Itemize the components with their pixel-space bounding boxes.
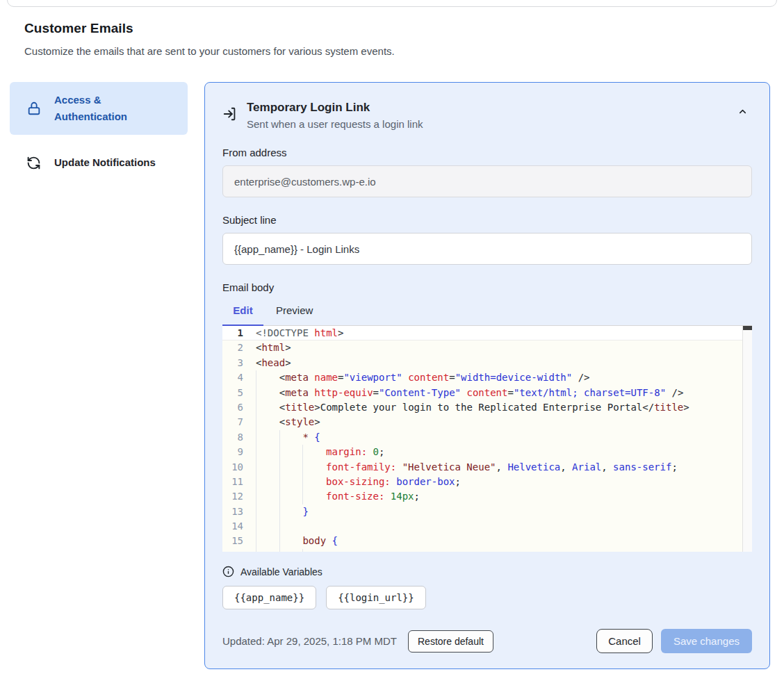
subject-line-input[interactable] xyxy=(222,233,752,265)
code-line: 9margin: 0; xyxy=(222,445,752,459)
page-header: Customer Emails Customize the emails tha… xyxy=(0,0,784,57)
code-line: 6<title>Complete your login to the Repli… xyxy=(222,400,752,415)
line-number: 11 xyxy=(222,475,243,489)
indent-guide xyxy=(256,534,279,548)
updated-timestamp: Updated: Apr 29, 2025, 1:18 PM MDT xyxy=(222,635,397,647)
indent-guide xyxy=(302,445,326,459)
panel-title-block: Temporary Login Link Sent when a user re… xyxy=(247,101,423,130)
panel-footer: Updated: Apr 29, 2025, 1:18 PM MDT Resto… xyxy=(222,629,752,653)
panel-title: Temporary Login Link xyxy=(247,101,423,115)
editor-scrollbar-thumb[interactable] xyxy=(743,326,752,330)
editor-scrollbar[interactable] xyxy=(742,326,752,552)
indent-guide xyxy=(302,475,326,489)
code-line: 1<!DOCTYPE html> xyxy=(222,326,752,340)
from-address-label: From address xyxy=(222,147,752,158)
indent-guide xyxy=(279,489,303,504)
info-icon xyxy=(222,566,234,577)
indent-guide xyxy=(279,475,303,489)
indent-guide xyxy=(302,549,326,552)
available-variables-label: Available Variables xyxy=(240,566,322,577)
line-number: 15 xyxy=(222,534,243,548)
indent-guide xyxy=(279,460,303,475)
indent-guide xyxy=(302,489,326,504)
line-number: 2 xyxy=(222,340,243,355)
available-variables-header: Available Variables xyxy=(222,566,752,577)
email-types-sidebar: Access & Authentication Update Notificat… xyxy=(10,82,188,669)
code-line: 5<meta http-equiv="Content-Type" content… xyxy=(222,386,752,400)
code-line: 16background-color: #f6f9fc; xyxy=(222,549,752,552)
editor-tabbar: Edit Preview xyxy=(222,304,752,326)
indent-guide xyxy=(256,386,279,400)
code-line: 15body { xyxy=(222,534,752,548)
line-number: 4 xyxy=(222,370,243,385)
code-line: 2<html> xyxy=(222,340,752,355)
indent-guide xyxy=(256,489,279,504)
line-number: 1 xyxy=(222,326,243,340)
collapse-panel-button[interactable] xyxy=(733,102,752,121)
variable-chip[interactable]: {{login_url}} xyxy=(326,586,426,609)
indent-guide xyxy=(279,534,303,548)
indent-guide xyxy=(256,370,279,385)
code-line: 11box-sizing: border-box; xyxy=(222,475,752,489)
code-line: 12font-size: 14px; xyxy=(222,489,752,504)
page-subtitle: Customize the emails that are sent to yo… xyxy=(24,45,760,57)
variable-chip[interactable]: {{app_name}} xyxy=(222,586,316,609)
temporary-login-link-panel: Temporary Login Link Sent when a user re… xyxy=(204,82,770,669)
indent-guide xyxy=(256,445,279,459)
line-number: 16 xyxy=(222,549,243,552)
cancel-button[interactable]: Cancel xyxy=(596,629,653,653)
indent-guide xyxy=(279,430,303,445)
email-body-code-editor[interactable]: 1<!DOCTYPE html>2<html>3<head>4<meta nam… xyxy=(222,326,752,552)
sidebar-item-update-notifications[interactable]: Update Notifications xyxy=(10,145,188,181)
indent-guide xyxy=(256,504,279,519)
line-number: 6 xyxy=(222,400,243,415)
indent-guide xyxy=(256,430,279,445)
indent-guide xyxy=(256,475,279,489)
code-line: 3<head> xyxy=(222,356,752,370)
email-body-label: Email body xyxy=(222,281,752,293)
sidebar-item-label: Update Notifications xyxy=(54,154,156,171)
line-number: 12 xyxy=(222,489,243,504)
panel-subtitle: Sent when a user requests a login link xyxy=(247,118,423,130)
indent-guide xyxy=(256,549,279,552)
indent-guide xyxy=(279,549,303,552)
indent-guide xyxy=(256,519,279,534)
indent-guide xyxy=(256,460,279,475)
subject-line-label: Subject line xyxy=(222,214,752,226)
line-number: 14 xyxy=(222,519,243,534)
line-number: 8 xyxy=(222,430,243,445)
lock-icon xyxy=(26,101,42,116)
code-line: 14 xyxy=(222,519,752,534)
indent-guide xyxy=(279,504,303,519)
indent-guide xyxy=(256,400,279,415)
variable-chips: {{app_name}}{{login_url}} xyxy=(222,586,752,609)
indent-guide xyxy=(302,460,326,475)
login-icon xyxy=(222,106,238,122)
line-number: 10 xyxy=(222,460,243,475)
code-line: 8* { xyxy=(222,430,752,445)
indent-guide xyxy=(256,415,279,429)
panel-header: Temporary Login Link Sent when a user re… xyxy=(222,101,752,130)
refresh-icon xyxy=(26,155,42,170)
code-lines: 1<!DOCTYPE html>2<html>3<head>4<meta nam… xyxy=(222,326,752,552)
save-changes-button[interactable]: Save changes xyxy=(661,629,752,653)
previous-card-edge xyxy=(7,0,777,7)
code-line: 10font-family: "Helvetica Neue", Helveti… xyxy=(222,460,752,475)
page-title: Customer Emails xyxy=(24,21,760,36)
sidebar-item-label: Access & Authentication xyxy=(54,92,177,125)
restore-default-button[interactable]: Restore default xyxy=(408,630,493,653)
indent-guide xyxy=(279,445,303,459)
line-number: 9 xyxy=(222,445,243,459)
line-number: 5 xyxy=(222,386,243,400)
code-line: 13} xyxy=(222,504,752,519)
from-address-input[interactable] xyxy=(222,165,752,197)
code-line: 4<meta name="viewport" content="width=de… xyxy=(222,370,752,385)
line-number: 7 xyxy=(222,415,243,429)
line-number: 13 xyxy=(222,504,243,519)
line-number: 3 xyxy=(222,356,243,370)
tab-edit[interactable]: Edit xyxy=(222,304,263,325)
code-line: 7<style> xyxy=(222,415,752,429)
tab-preview[interactable]: Preview xyxy=(270,304,318,325)
indent-guide xyxy=(279,519,303,534)
sidebar-item-access-authentication[interactable]: Access & Authentication xyxy=(10,82,188,135)
